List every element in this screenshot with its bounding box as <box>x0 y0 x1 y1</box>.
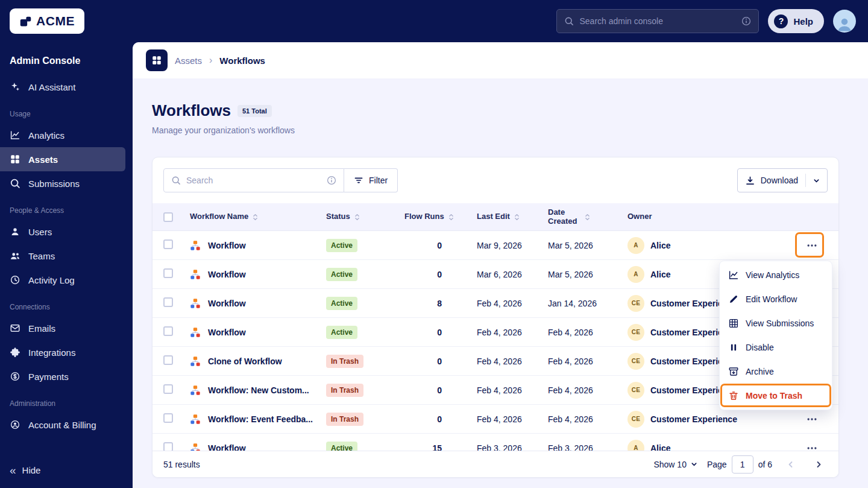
help-button[interactable]: ? Help <box>768 9 824 33</box>
sidebar-item-assets[interactable]: Assets <box>0 147 125 171</box>
sidebar-section-usage: Usage <box>0 99 133 123</box>
page-title: Workflows <box>152 101 231 120</box>
info-icon[interactable] <box>327 176 336 185</box>
admin-search-input[interactable] <box>579 16 736 26</box>
owner-name: Alice <box>650 241 670 250</box>
row-actions-button[interactable] <box>801 237 823 254</box>
row-checkbox[interactable] <box>163 384 173 394</box>
sidebar-item-label: Emails <box>28 323 55 334</box>
flow-runs-value: 0 <box>404 328 477 337</box>
status-badge: In Trash <box>326 384 363 397</box>
sidebar-item-label: Activity Log <box>28 275 75 285</box>
next-page-button[interactable] <box>810 455 828 474</box>
breadcrumb-current: Workflows <box>219 55 265 66</box>
download-button[interactable]: Download <box>737 168 828 192</box>
sidebar-item-analytics[interactable]: Analytics <box>0 123 125 147</box>
workflow-name-cell[interactable]: Workflow <box>190 327 326 338</box>
workflow-name: Workflow <box>208 270 246 279</box>
row-actions-button[interactable] <box>801 411 823 428</box>
table-grid-icon <box>728 318 739 329</box>
acme-logo[interactable]: ACME <box>10 8 84 34</box>
user-avatar[interactable] <box>833 10 856 33</box>
analytics-icon <box>728 270 739 280</box>
table-search-input[interactable] <box>186 176 321 185</box>
status-badge: Active <box>326 326 357 339</box>
last-edit-date: Mar 9, 2026 <box>477 241 548 250</box>
acme-logo-icon <box>19 15 32 28</box>
sidebar-item-users[interactable]: Users <box>0 220 125 244</box>
row-checkbox[interactable] <box>163 297 173 307</box>
row-checkbox[interactable] <box>163 355 173 365</box>
sidebar-item-label: Analytics <box>28 130 64 141</box>
last-edit-date: Feb 4, 2026 <box>477 385 548 395</box>
person-icon <box>835 14 854 33</box>
sidebar-item-teams[interactable]: Teams <box>0 244 125 268</box>
download-label: Download <box>761 176 798 185</box>
workflow-icon <box>190 356 201 367</box>
info-icon[interactable] <box>741 16 751 26</box>
archive-icon <box>728 366 739 377</box>
owner-avatar: A <box>627 237 644 254</box>
page-number-input[interactable] <box>732 455 753 474</box>
sidebar-item-payments[interactable]: Payments <box>0 364 125 388</box>
total-count-badge: 51 Total <box>237 105 272 117</box>
workflow-name-cell[interactable]: Clone of Workflow <box>190 356 326 367</box>
owner-avatar: CE <box>627 411 644 428</box>
assets-breadcrumb-icon[interactable] <box>146 49 168 71</box>
owner-avatar: A <box>627 266 644 283</box>
search-icon <box>564 16 574 26</box>
select-all-checkbox[interactable] <box>163 212 173 222</box>
sidebar-item-label: AI Assistant <box>28 82 75 92</box>
chevron-left-icon <box>787 461 794 468</box>
menu-item-edit-workflow[interactable]: Edit Workflow <box>720 287 832 311</box>
sidebar-item-label: Payments <box>28 372 69 382</box>
workflow-name-cell[interactable]: Workflow <box>190 298 326 309</box>
column-header-name[interactable]: Workflow Name <box>190 212 326 221</box>
breadcrumb-assets-link[interactable]: Assets <box>175 55 202 66</box>
column-header-flow-runs[interactable]: Flow Runs <box>404 212 477 221</box>
sidebar-item-submissions[interactable]: Submissions <box>0 171 125 195</box>
last-edit-date: Mar 6, 2026 <box>477 270 548 279</box>
status-badge: Active <box>326 239 357 252</box>
row-checkbox[interactable] <box>163 413 173 423</box>
date-created: Feb 4, 2026 <box>548 414 627 424</box>
sidebar-item-ai-assistant[interactable]: AI Assistant <box>0 75 125 99</box>
teams-icon <box>10 250 20 261</box>
page-size-select[interactable]: Show 10 <box>653 460 697 469</box>
sort-icon <box>448 213 454 221</box>
menu-item-view-submissions[interactable]: View Submissions <box>720 311 832 335</box>
menu-item-view-analytics[interactable]: View Analytics <box>720 263 832 287</box>
previous-page-button[interactable] <box>782 455 800 474</box>
workflow-name-cell[interactable]: Workflow: New Custom... <box>190 385 326 396</box>
menu-item-move-to-trash[interactable]: Move to Trash <box>720 384 832 408</box>
table-footer: 51 results Show 10 Page of 6 <box>153 451 838 477</box>
menu-item-archive[interactable]: Archive <box>720 360 832 384</box>
flow-runs-value: 0 <box>404 270 477 279</box>
workflow-icon <box>190 327 201 338</box>
topbar: ACME ? Help <box>0 0 868 42</box>
workflow-name-cell[interactable]: Workflow <box>190 269 326 280</box>
sidebar-item-integrations[interactable]: Integrations <box>0 340 125 364</box>
row-checkbox[interactable] <box>163 326 173 336</box>
column-header-date-created[interactable]: Date Created <box>548 208 627 226</box>
column-header-last-edit[interactable]: Last Edit <box>477 212 548 221</box>
workflow-name-cell[interactable]: Workflow <box>190 240 326 251</box>
search-icon <box>10 178 20 189</box>
sidebar-item-activity-log[interactable]: Activity Log <box>0 268 125 292</box>
menu-item-disable[interactable]: Disable <box>720 335 832 360</box>
analytics-icon <box>10 130 20 141</box>
workflow-icon <box>190 269 201 280</box>
sidebar-section-people: People & Access <box>0 195 133 220</box>
sidebar-item-account-billing[interactable]: Account & Billing <box>0 413 125 437</box>
double-chevron-left-icon: « <box>10 464 16 476</box>
workflow-name-cell[interactable]: Workflow: Event Feedba... <box>190 414 326 425</box>
user-icon <box>10 226 20 237</box>
column-header-status[interactable]: Status <box>326 212 404 221</box>
sidebar-hide-button[interactable]: « Hide <box>0 458 50 482</box>
sidebar-item-emails[interactable]: Emails <box>0 316 125 340</box>
row-checkbox[interactable] <box>163 268 173 278</box>
sidebar-section-connections: Connections <box>0 292 133 316</box>
filter-button[interactable]: Filter <box>344 168 398 192</box>
status-badge: Active <box>326 268 357 281</box>
row-checkbox[interactable] <box>163 239 173 249</box>
